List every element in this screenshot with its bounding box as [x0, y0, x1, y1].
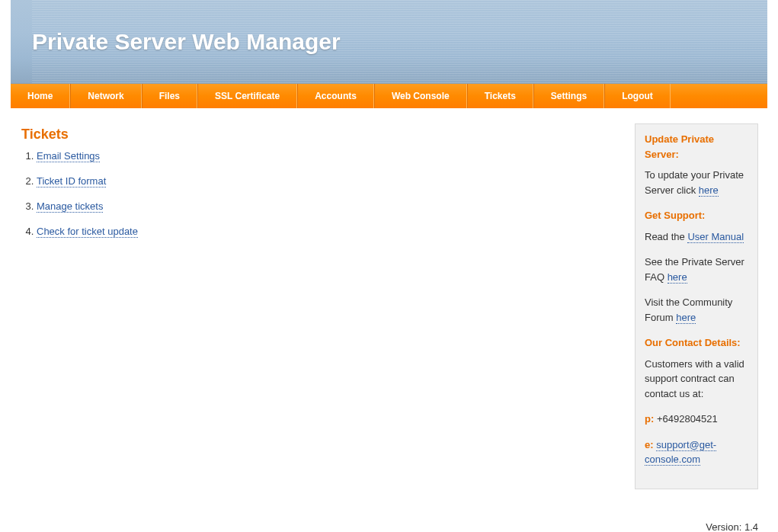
nav-files[interactable]: Files [142, 84, 197, 108]
nav-settings[interactable]: Settings [533, 84, 604, 108]
app-title: Private Server Web Manager [32, 29, 341, 55]
main-nav: Home Network Files SSL Certificate Accou… [11, 84, 767, 108]
list-item: Ticket ID format [37, 175, 620, 187]
phone-label: p: [645, 413, 654, 425]
nav-network[interactable]: Network [70, 84, 141, 108]
version-text: Version: 1.4 [11, 512, 767, 533]
header-banner: Private Server Web Manager [11, 0, 767, 84]
sidebar: Update Private Server: To update your Pr… [635, 123, 758, 489]
sidebar-heading-support: Get Support: [645, 208, 748, 223]
link-forum-here[interactable]: here [676, 312, 696, 324]
link-update-here[interactable]: here [699, 184, 719, 197]
link-ticket-id-format[interactable]: Ticket ID format [37, 175, 106, 187]
link-check-ticket-update[interactable]: Check for ticket update [37, 226, 138, 238]
sidebar-heading-contact: Our Contact Details: [645, 335, 748, 351]
nav-accounts[interactable]: Accounts [297, 84, 374, 108]
page-heading: Tickets [21, 127, 620, 143]
list-item: Email Settings [37, 150, 620, 162]
list-item: Manage tickets [37, 200, 620, 212]
sidebar-support-faq: See the Private Server FAQ here [645, 255, 748, 284]
sidebar-support-manual: Read the User Manual [645, 229, 748, 245]
nav-ssl-certificate[interactable]: SSL Certificate [197, 84, 297, 108]
email-label: e: [645, 439, 654, 450]
phone-number: +6492804521 [654, 413, 718, 425]
link-email-settings[interactable]: Email Settings [37, 150, 100, 162]
link-user-manual[interactable]: User Manual [687, 231, 744, 243]
sidebar-contact-phone: p: +6492804521 [645, 412, 748, 427]
main-column: Tickets Email Settings Ticket ID format … [21, 123, 635, 251]
sidebar-contact-email: e: support@get-console.com [645, 437, 748, 467]
link-manage-tickets[interactable]: Manage tickets [37, 200, 103, 213]
link-faq-here[interactable]: here [668, 271, 687, 284]
sidebar-heading-update: Update Private Server: [645, 132, 748, 162]
sidebar-update-text: To update your Private Server click here [645, 168, 748, 197]
list-item: Check for ticket update [37, 226, 620, 237]
nav-web-console[interactable]: Web Console [374, 84, 467, 108]
sidebar-support-forum: Visit the Community Forum here [645, 295, 748, 325]
nav-tickets[interactable]: Tickets [467, 84, 533, 108]
nav-logout[interactable]: Logout [604, 84, 671, 108]
sidebar-contact-intro: Customers with a valid support contract … [645, 357, 748, 402]
nav-home[interactable]: Home [11, 84, 70, 108]
ticket-link-list: Email Settings Ticket ID format Manage t… [21, 150, 620, 237]
link-support-email[interactable]: support@get-console.com [645, 439, 716, 466]
